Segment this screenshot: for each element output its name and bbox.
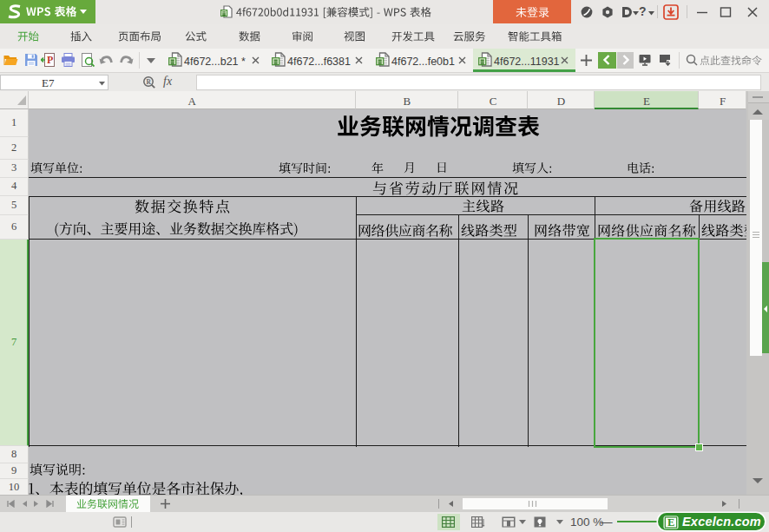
- svg-text:P: P: [47, 54, 53, 66]
- svg-text:E: E: [667, 516, 674, 529]
- svg-text:R: R: [147, 78, 152, 86]
